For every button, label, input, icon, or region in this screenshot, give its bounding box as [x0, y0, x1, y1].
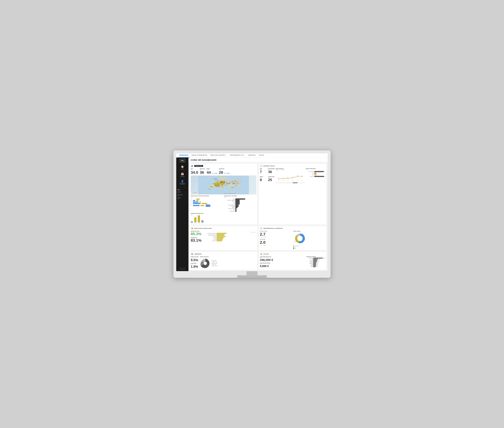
salary-header: 💰 SALARY [260, 253, 325, 255]
hbar-finance: Finance 4 [224, 201, 256, 202]
salary-stats: Total Salary Expenses 2020 346,000 € Avg… [260, 256, 305, 268]
filter-department[interactable]: Department (All) [177, 194, 187, 196]
svg-text:0: 0 [277, 174, 277, 174]
filter-title: Filter [177, 189, 187, 190]
svg-point-77 [302, 176, 303, 177]
svg-point-83 [302, 177, 303, 177]
sidebar: bdg 🏠 Home 📅 Calendar 👤 Employees [176, 157, 188, 271]
page-header: CORE HR DASHBOARD [188, 157, 328, 162]
svg-text:Lisbon: Lisbon [209, 189, 211, 189]
svg-text:2016: 2016 [278, 180, 280, 181]
age-group-section: Headcount per Age Group 2020 2 18-25 [191, 213, 256, 223]
fte-metric: FTE 2020 34.0 [191, 168, 198, 174]
content-area: CORE HR DASHBOARD 👥 WORKFORCE [188, 157, 328, 271]
performance-header: ⚡ PERFORMANCE & POTENTIAL [260, 227, 325, 230]
map-legend-button[interactable]: ◀ LEGENDS [192, 192, 198, 194]
calendar-icon: 📅 [181, 173, 184, 175]
bar-row-d: D 2 2 [191, 200, 223, 201]
avg-seniority-metric: Ø Seniority 2020 28 (+1, +3%) [219, 168, 230, 174]
salary-bar-mgmt: Management 23,750 [306, 258, 325, 258]
tab-workforce[interactable]: WORKFORCE [178, 153, 190, 157]
salary-bar-finance: Finance 8,000 [306, 262, 325, 263]
performance-potential-card: ⚡ PERFORMANCE & POTENTIAL Ø Performance … [259, 226, 327, 250]
hbar-admin: Administration 1 [224, 211, 256, 212]
salary-bar-hr: HR 11,333 [306, 259, 325, 260]
bar-row-a: A 6 3 🚹🚺 [191, 205, 223, 207]
workforce-tab: WORKFORCE [194, 165, 204, 167]
svg-text:3: 3 [287, 177, 288, 178]
svg-text:2: 2 [283, 177, 283, 178]
avg-age-metric: Ø Age 2020 44 (+1, +2%) [207, 168, 217, 174]
svg-text:RUSSIA: RUSSIA [236, 181, 239, 182]
hc-row-current: Current HC 36 [306, 176, 325, 177]
svg-text:SPAIN: SPAIN [210, 186, 212, 187]
salary-bar-marketing: Marketing 7,667 [306, 263, 325, 264]
tab-absences[interactable]: ABSENCES [247, 153, 257, 157]
dashboard-grid: 👥 WORKFORCE FTE 2020 34.0 [188, 162, 328, 271]
headcount-metric: Headcount 2020 36 [200, 168, 205, 174]
sidebar-item-label: Employees [180, 183, 185, 184]
sidebar-item-calendar[interactable]: 📅 Calendar [176, 171, 188, 178]
top-navigation: WORKFORCE HIRING & TERMINATION EMPLOYEE … [176, 153, 328, 157]
tab-salary[interactable]: SALARY [257, 153, 266, 157]
svg-point-80 [288, 178, 288, 179]
entries-exits-header: 📨 ENTRIES & EXITS [260, 165, 325, 167]
hbar-sales: Sales 9 [224, 198, 256, 199]
absences-header: 🏥 ABSENCES [191, 253, 256, 255]
monitor-stand-neck [247, 271, 257, 275]
sidebar-item-employees[interactable]: 👤 Employees [176, 179, 188, 186]
svg-text:Netherlands: Netherlands [218, 181, 221, 181]
svg-point-43 [217, 182, 218, 183]
tab-employee-satisfaction[interactable]: EMPLOYEE SATISFACT... [209, 153, 228, 157]
satisfaction-icon: 😊 [191, 227, 193, 230]
map-container[interactable]: Paris Berlin Prague Copenhagen Amsterdam… [191, 175, 256, 195]
salary-bar-it-services: IT Services 9,375 [306, 261, 325, 262]
svg-text:Istanbul: Istanbul [235, 185, 237, 186]
salary-bar-rd: R&D 7,500 [306, 264, 325, 265]
entries-exits-icon: 📨 [260, 165, 263, 167]
salary-card: 💰 SALARY Total Salary Expenses 2020 346,… [259, 251, 327, 270]
tab-hiring[interactable]: HIRING & TERMINATION [190, 153, 209, 157]
filter-division[interactable]: Division (All) [177, 197, 187, 199]
sat-bar-perf: Performance Evaluation [203, 234, 256, 235]
hbar-rd: R&D 4 [224, 203, 256, 204]
map-background: Paris Berlin Prague Copenhagen Amsterdam… [191, 176, 256, 194]
absence-legend: Work: 13.9% Overtime: 7.4% Sickness: 19.… [212, 260, 217, 267]
svg-text:9: 9 [301, 175, 302, 176]
bar-row-c: C 5 1 [191, 202, 223, 203]
age-bar-41-64: 17 41-64 [198, 214, 200, 223]
avg-leaving-age-stat: Ø Leaving Age 2020 36 [268, 168, 275, 175]
svg-text:20.0%: 20.0% [294, 241, 297, 242]
filter-country[interactable]: Country (All) [177, 191, 187, 193]
sidebar-item-home[interactable]: 🏠 Home [176, 164, 188, 171]
absences-icon: 🏥 [191, 253, 193, 255]
svg-text:Barcelona: Barcelona [217, 186, 220, 186]
svg-point-87 [297, 236, 302, 241]
line-chart-legend: Exits Entries [276, 169, 305, 170]
salary-division-chart: Ø Salary per Division Management 23,750 [306, 256, 325, 268]
sat-bar-benefits: Benefits [203, 237, 256, 238]
monitor-stand-base [237, 275, 267, 278]
donut-chart-svg: 28.6% 51.4% 20.0% [293, 232, 307, 245]
svg-point-82 [297, 176, 298, 177]
entries-stat: Entries 2020 8 [260, 176, 266, 183]
age-bar-26-40: 12 26-40 [194, 217, 196, 223]
salary-bar-services: Services 10,167 [306, 260, 325, 261]
sidebar-divider [177, 187, 187, 187]
entries-exits-card: 📨 ENTRIES & EXITS Exits 2020 7 [259, 164, 327, 225]
tab-performance[interactable]: PERFORMANCE & PO... [228, 153, 247, 157]
absence-reasons-section: Absence Reasons [200, 256, 256, 269]
hc-movement-chart: Headcount Movement 2020 HC EOP 2019 35 [306, 168, 325, 183]
sidebar-item-label: Home [181, 169, 184, 170]
performance-layout: Ø Performance 2.7 (+0.1, +4.2%) Ø Potent… [260, 230, 325, 249]
salary-icon: 💰 [260, 253, 263, 255]
salary-bar-product: Product 7,500 [306, 265, 325, 266]
sidebar-footer: Powered by SAP Analytics Cloud [176, 266, 188, 271]
workforce-card: 👥 WORKFORCE FTE 2020 34.0 [190, 164, 257, 225]
performance-icon: ⚡ [260, 227, 263, 230]
future-leaders-chart: Future Leaders [293, 230, 325, 249]
hbar-product: Product 2 [224, 207, 256, 208]
hc-row-eop: HC EOP 2019 35 [306, 171, 325, 172]
employees-icon: 👤 [181, 180, 184, 183]
year-slider: 2015 2020 [276, 182, 305, 183]
